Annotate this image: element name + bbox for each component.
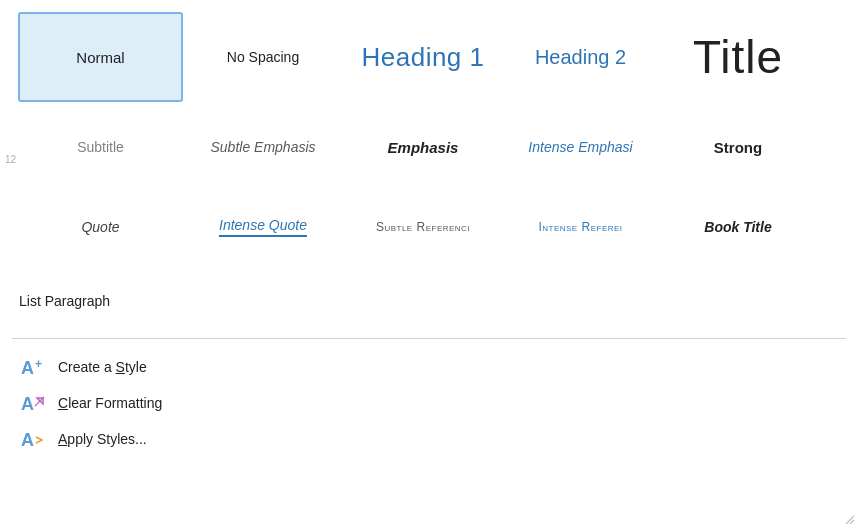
clear-formatting-svg: A xyxy=(20,390,46,416)
styles-panel: 12 Normal No Spacing Heading 1 Heading 2 xyxy=(0,0,858,528)
style-subtle-ref-preview: Subtle Referenci xyxy=(376,220,470,234)
style-intense-emphasis-preview: Intense Emphasi xyxy=(528,139,632,155)
style-strong[interactable]: Strong xyxy=(658,108,818,186)
style-subtle-emphasis-preview: Subtle Emphasis xyxy=(210,139,315,155)
svg-text:A: A xyxy=(21,430,34,450)
clear-formatting-label: Clear Formatting xyxy=(58,395,162,411)
apply-styles-item[interactable]: A Apply Styles... xyxy=(18,421,840,457)
styles-row-3: Quote Intense Quote Subtle Referenci Int… xyxy=(0,188,858,266)
style-emphasis[interactable]: Emphasis xyxy=(343,108,503,186)
svg-line-6 xyxy=(846,516,854,524)
apply-styles-svg: A xyxy=(20,426,46,452)
style-heading1-preview: Heading 1 xyxy=(361,42,484,73)
svg-text:A: A xyxy=(21,394,34,414)
clear-formatting-icon: A xyxy=(20,390,48,416)
clear-formatting-item[interactable]: A Clear Formatting xyxy=(18,385,840,421)
resize-handle[interactable] xyxy=(842,512,854,524)
create-style-item[interactable]: A + Create a Style xyxy=(18,349,840,385)
style-normal-preview: Normal xyxy=(76,49,124,66)
styles-row-1: Normal No Spacing Heading 1 Heading 2 Ti… xyxy=(0,12,858,102)
style-intense-ref-preview: Intense Referei xyxy=(538,220,622,234)
style-quote-preview: Quote xyxy=(81,219,119,235)
style-intense-quote-preview: Intense Quote xyxy=(219,217,307,237)
style-heading1[interactable]: Heading 1 xyxy=(343,12,503,102)
style-nospacing-preview: No Spacing xyxy=(227,49,299,65)
create-style-svg: A + xyxy=(20,354,46,380)
style-strong-preview: Strong xyxy=(714,139,762,156)
style-title-preview: Title xyxy=(693,30,783,84)
create-style-icon: A + xyxy=(20,354,48,380)
svg-text:+: + xyxy=(35,357,42,371)
style-subtle-reference[interactable]: Subtle Referenci xyxy=(343,188,503,266)
styles-row-4: List Paragraph xyxy=(0,270,858,334)
svg-text:A: A xyxy=(21,358,34,378)
style-title[interactable]: Title xyxy=(658,12,818,102)
style-subtitle[interactable]: Subtitle xyxy=(18,108,183,186)
style-list-paragraph[interactable]: List Paragraph xyxy=(18,276,218,326)
style-normal[interactable]: Normal xyxy=(18,12,183,102)
style-subtle-emphasis[interactable]: Subtle Emphasis xyxy=(183,108,343,186)
style-heading2[interactable]: Heading 2 xyxy=(503,12,658,102)
apply-styles-icon: A xyxy=(20,426,48,452)
style-intense-quote[interactable]: Intense Quote xyxy=(183,188,343,266)
actions-divider xyxy=(12,338,846,339)
style-quote[interactable]: Quote xyxy=(18,188,183,266)
style-no-spacing[interactable]: No Spacing xyxy=(183,12,343,102)
apply-styles-label: Apply Styles... xyxy=(58,431,147,447)
margin-numbers: 12 xyxy=(0,150,18,170)
style-heading2-preview: Heading 2 xyxy=(535,46,626,69)
styles-row-2: Subtitle Subtle Emphasis Emphasis Intens… xyxy=(0,108,858,186)
style-emphasis-preview: Emphasis xyxy=(388,139,459,156)
style-subtitle-preview: Subtitle xyxy=(77,139,124,155)
line-number: 12 xyxy=(5,150,18,170)
actions-list: A + Create a Style A Clear Formatting A xyxy=(0,345,858,467)
style-book-title-preview: Book Title xyxy=(704,219,771,235)
create-style-label: Create a Style xyxy=(58,359,147,375)
style-intense-emphasis[interactable]: Intense Emphasi xyxy=(503,108,658,186)
style-list-paragraph-preview: List Paragraph xyxy=(19,293,110,309)
style-book-title[interactable]: Book Title xyxy=(658,188,818,266)
svg-line-7 xyxy=(850,520,854,524)
style-intense-reference[interactable]: Intense Referei xyxy=(503,188,658,266)
